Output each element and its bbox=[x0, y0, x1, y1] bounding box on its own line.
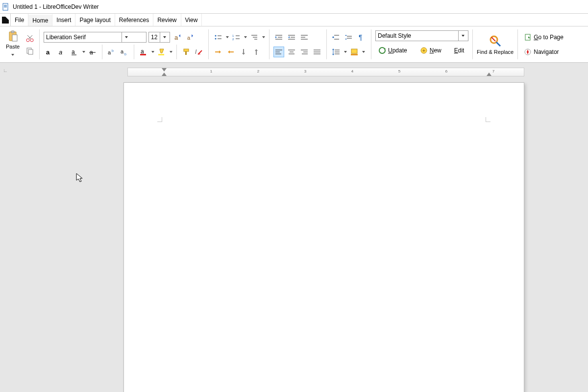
underline-dropdown[interactable] bbox=[82, 47, 85, 57]
outline-button[interactable] bbox=[249, 32, 260, 43]
outline-dropdown[interactable] bbox=[262, 32, 265, 43]
move-up-button[interactable] bbox=[251, 47, 262, 57]
numbering-button[interactable]: 12 bbox=[231, 32, 242, 43]
tab-references[interactable]: References bbox=[115, 14, 153, 26]
move-down-button[interactable] bbox=[238, 47, 249, 57]
bold-button[interactable]: a bbox=[44, 47, 54, 57]
edit-style-button[interactable]: Edit bbox=[452, 46, 466, 55]
tab-insert[interactable]: Insert bbox=[52, 14, 75, 26]
svg-marker-48 bbox=[219, 50, 221, 53]
svg-text:b: b bbox=[112, 49, 114, 52]
margin-mark-top-left bbox=[157, 117, 162, 122]
italic-button[interactable]: a bbox=[56, 47, 67, 57]
font-size-combo[interactable] bbox=[148, 32, 170, 43]
align-center-button[interactable] bbox=[286, 47, 297, 57]
tab-page-layout[interactable]: Page layout bbox=[75, 14, 115, 26]
font-name-combo[interactable] bbox=[44, 32, 147, 43]
left-indent-marker[interactable] bbox=[162, 73, 167, 76]
tab-view[interactable]: View bbox=[181, 14, 202, 26]
align-justify-button[interactable] bbox=[312, 47, 322, 57]
svg-marker-81 bbox=[332, 37, 334, 38]
tab-home[interactable]: Home bbox=[28, 14, 52, 26]
ruler-tick: 5 bbox=[398, 69, 400, 74]
align-right-button[interactable] bbox=[299, 47, 310, 57]
font-size-input[interactable] bbox=[149, 32, 160, 42]
find-replace-label: Find & Replace bbox=[477, 49, 514, 55]
paste-dropdown[interactable] bbox=[11, 50, 15, 59]
ruler-tick: 7 bbox=[492, 69, 494, 74]
margin-mark-top-right bbox=[486, 117, 490, 122]
background-color-dropdown[interactable] bbox=[362, 47, 365, 57]
svg-rect-32 bbox=[185, 51, 187, 55]
paragraph-style-dropdown[interactable] bbox=[458, 31, 467, 41]
svg-line-101 bbox=[491, 37, 495, 41]
ruler-corner-icon: ∟ bbox=[3, 68, 8, 73]
font-name-input[interactable] bbox=[44, 32, 122, 42]
new-label: ew bbox=[434, 47, 441, 54]
formatting-marks-button[interactable]: ¶ bbox=[356, 32, 367, 43]
tab-review[interactable]: Review bbox=[153, 14, 181, 26]
update-style-button[interactable]: Update bbox=[376, 46, 409, 55]
promote-button[interactable] bbox=[225, 47, 236, 57]
ltr-button[interactable] bbox=[299, 32, 310, 43]
clone-formatting-button[interactable] bbox=[181, 47, 192, 57]
svg-marker-91 bbox=[332, 49, 334, 50]
svg-rect-1 bbox=[4, 5, 7, 5]
numbering-dropdown[interactable] bbox=[244, 32, 247, 43]
strikethrough-button[interactable]: a bbox=[87, 47, 98, 57]
increase-para-spacing-button[interactable] bbox=[331, 32, 342, 43]
svg-rect-2 bbox=[4, 6, 7, 6]
bullets-button[interactable] bbox=[213, 32, 223, 43]
demote-button[interactable] bbox=[213, 47, 223, 57]
font-size-dropdown[interactable] bbox=[160, 32, 169, 42]
align-left-button[interactable] bbox=[273, 47, 284, 57]
app-logo-icon[interactable] bbox=[0, 14, 11, 26]
document-page[interactable] bbox=[123, 82, 524, 392]
highlight-dropdown[interactable] bbox=[169, 47, 172, 57]
underline-button[interactable]: a bbox=[69, 47, 80, 57]
go-to-page-button[interactable]: Go to Page bbox=[522, 32, 565, 42]
titlebar: Untitled 1 - LibreOfficeDev Writer bbox=[0, 0, 588, 14]
grow-font-button[interactable]: a bbox=[172, 32, 183, 43]
superscript-button[interactable]: ab bbox=[106, 47, 117, 57]
paragraph-style-combo[interactable] bbox=[375, 30, 468, 41]
paste-button[interactable] bbox=[6, 30, 20, 43]
bullets-dropdown[interactable] bbox=[225, 32, 229, 43]
svg-text:a: a bbox=[174, 34, 178, 41]
background-color-button[interactable] bbox=[349, 47, 360, 57]
right-indent-marker[interactable] bbox=[487, 73, 491, 76]
line-spacing-dropdown[interactable] bbox=[343, 47, 347, 57]
increase-indent-button[interactable] bbox=[273, 32, 284, 43]
edit-label: dit bbox=[458, 47, 465, 54]
decrease-indent-button[interactable] bbox=[286, 32, 297, 43]
font-color-dropdown[interactable] bbox=[151, 47, 154, 57]
font-color-button[interactable]: a bbox=[138, 47, 149, 57]
ruler-tick: 2 bbox=[257, 69, 259, 74]
decrease-para-spacing-button[interactable] bbox=[343, 32, 354, 43]
subscript-button[interactable]: ab bbox=[119, 47, 130, 57]
paragraph-style-input[interactable] bbox=[376, 31, 458, 41]
highlight-button[interactable] bbox=[156, 47, 167, 57]
horizontal-ruler[interactable]: 1 2 3 4 5 6 7 bbox=[127, 68, 524, 76]
find-replace-button[interactable]: Find & Replace bbox=[474, 26, 516, 62]
svg-rect-31 bbox=[184, 49, 189, 51]
clear-formatting-button[interactable]: Ix bbox=[194, 47, 204, 57]
first-line-indent-marker[interactable] bbox=[162, 68, 167, 72]
svg-text:a: a bbox=[187, 35, 191, 41]
ribbon-tabs: File Home Insert Page layout References … bbox=[0, 14, 588, 26]
cut-button[interactable] bbox=[24, 33, 35, 44]
paste-label: Paste bbox=[6, 44, 20, 49]
svg-point-9 bbox=[26, 39, 29, 42]
line-spacing-button[interactable] bbox=[331, 47, 342, 57]
font-name-dropdown[interactable] bbox=[122, 32, 130, 42]
new-style-button[interactable]: + New bbox=[418, 46, 443, 55]
svg-marker-92 bbox=[332, 54, 334, 55]
svg-marker-106 bbox=[76, 173, 82, 182]
svg-marker-58 bbox=[275, 36, 277, 38]
navigator-button[interactable]: Navigator bbox=[522, 47, 561, 57]
svg-rect-8 bbox=[12, 35, 17, 41]
tab-file[interactable]: File bbox=[11, 14, 28, 26]
copy-button[interactable] bbox=[24, 46, 35, 56]
update-label: pdate bbox=[392, 47, 407, 54]
shrink-font-button[interactable]: a bbox=[185, 32, 196, 43]
